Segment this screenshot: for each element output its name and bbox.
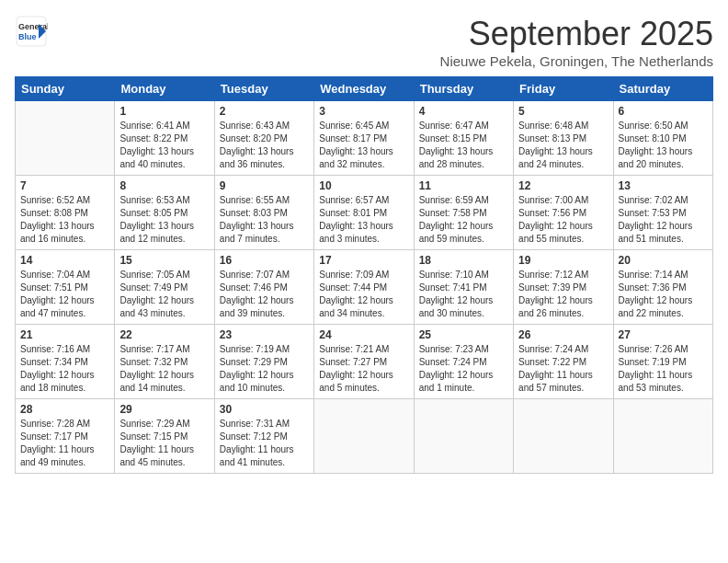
- day-info: Sunrise: 6:55 AMSunset: 8:03 PMDaylight:…: [220, 194, 309, 246]
- day-number: 12: [518, 179, 608, 192]
- weekday-header: Thursday: [414, 77, 513, 101]
- day-number: 1: [119, 105, 209, 118]
- day-number: 9: [220, 179, 309, 192]
- calendar-day-cell: 4Sunrise: 6:47 AMSunset: 8:15 PMDaylight…: [414, 101, 513, 176]
- page-header: General Blue September 2025 Nieuwe Pekel…: [15, 15, 713, 69]
- day-info: Sunrise: 7:28 AMSunset: 7:17 PMDaylight:…: [20, 418, 109, 469]
- day-info: Sunrise: 7:04 AMSunset: 7:51 PMDaylight:…: [20, 269, 109, 320]
- calendar-day-cell: 22Sunrise: 7:17 AMSunset: 7:32 PMDayligh…: [115, 325, 214, 399]
- calendar-day-cell: 7Sunrise: 6:52 AMSunset: 8:08 PMDaylight…: [16, 176, 115, 250]
- day-info: Sunrise: 7:26 AMSunset: 7:19 PMDaylight:…: [619, 343, 708, 395]
- calendar-day-cell: 5Sunrise: 6:48 AMSunset: 8:13 PMDaylight…: [514, 101, 613, 176]
- calendar-day-cell: 26Sunrise: 7:24 AMSunset: 7:22 PMDayligh…: [514, 325, 613, 399]
- calendar-day-cell: 21Sunrise: 7:16 AMSunset: 7:34 PMDayligh…: [16, 325, 115, 399]
- day-info: Sunrise: 6:59 AMSunset: 7:58 PMDaylight:…: [419, 194, 508, 246]
- day-number: 21: [20, 328, 109, 341]
- day-info: Sunrise: 7:00 AMSunset: 7:56 PMDaylight:…: [518, 194, 608, 246]
- day-info: Sunrise: 7:10 AMSunset: 7:41 PMDaylight:…: [419, 269, 508, 320]
- calendar-day-cell: 27Sunrise: 7:26 AMSunset: 7:19 PMDayligh…: [613, 325, 712, 399]
- day-info: Sunrise: 7:16 AMSunset: 7:34 PMDaylight:…: [20, 343, 109, 395]
- location-title: Nieuwe Pekela, Groningen, The Netherland…: [440, 53, 713, 69]
- calendar-day-cell: [314, 399, 414, 474]
- calendar-header-row: SundayMondayTuesdayWednesdayThursdayFrid…: [16, 77, 713, 101]
- calendar-day-cell: 30Sunrise: 7:31 AMSunset: 7:12 PMDayligh…: [214, 399, 313, 474]
- calendar-day-cell: 12Sunrise: 7:00 AMSunset: 7:56 PMDayligh…: [514, 176, 613, 250]
- calendar-day-cell: [16, 101, 115, 176]
- calendar-day-cell: 1Sunrise: 6:41 AMSunset: 8:22 PMDaylight…: [115, 101, 214, 176]
- calendar-day-cell: 17Sunrise: 7:09 AMSunset: 7:44 PMDayligh…: [314, 250, 414, 325]
- day-info: Sunrise: 6:48 AMSunset: 8:13 PMDaylight:…: [518, 120, 608, 171]
- day-number: 4: [419, 105, 508, 118]
- day-info: Sunrise: 6:57 AMSunset: 8:01 PMDaylight:…: [319, 194, 408, 246]
- day-number: 24: [319, 328, 408, 341]
- day-number: 15: [119, 254, 209, 267]
- calendar-day-cell: 9Sunrise: 6:55 AMSunset: 8:03 PMDaylight…: [214, 176, 313, 250]
- day-number: 17: [319, 254, 408, 267]
- day-info: Sunrise: 7:07 AMSunset: 7:46 PMDaylight:…: [220, 269, 309, 320]
- weekday-header: Friday: [514, 77, 613, 101]
- day-number: 5: [518, 105, 608, 118]
- calendar-day-cell: 3Sunrise: 6:45 AMSunset: 8:17 PMDaylight…: [314, 101, 414, 176]
- day-info: Sunrise: 6:43 AMSunset: 8:20 PMDaylight:…: [220, 120, 309, 171]
- logo: General Blue: [15, 15, 48, 48]
- day-info: Sunrise: 7:31 AMSunset: 7:12 PMDaylight:…: [220, 418, 309, 469]
- calendar-day-cell: 10Sunrise: 6:57 AMSunset: 8:01 PMDayligh…: [314, 176, 414, 250]
- day-number: 25: [419, 328, 508, 341]
- calendar-day-cell: 24Sunrise: 7:21 AMSunset: 7:27 PMDayligh…: [314, 325, 414, 399]
- weekday-header: Monday: [115, 77, 214, 101]
- calendar-day-cell: 19Sunrise: 7:12 AMSunset: 7:39 PMDayligh…: [514, 250, 613, 325]
- day-info: Sunrise: 6:50 AMSunset: 8:10 PMDaylight:…: [619, 120, 708, 171]
- day-info: Sunrise: 6:53 AMSunset: 8:05 PMDaylight:…: [119, 194, 209, 246]
- day-number: 16: [220, 254, 309, 267]
- day-info: Sunrise: 7:14 AMSunset: 7:36 PMDaylight:…: [619, 269, 708, 320]
- day-info: Sunrise: 7:23 AMSunset: 7:24 PMDaylight:…: [419, 343, 508, 395]
- calendar-day-cell: 23Sunrise: 7:19 AMSunset: 7:29 PMDayligh…: [214, 325, 313, 399]
- calendar-day-cell: 13Sunrise: 7:02 AMSunset: 7:53 PMDayligh…: [613, 176, 712, 250]
- day-info: Sunrise: 6:41 AMSunset: 8:22 PMDaylight:…: [119, 120, 209, 171]
- day-number: 20: [619, 254, 708, 267]
- weekday-header: Saturday: [613, 77, 712, 101]
- day-number: 11: [419, 179, 508, 192]
- calendar-day-cell: 6Sunrise: 6:50 AMSunset: 8:10 PMDaylight…: [613, 101, 712, 176]
- day-info: Sunrise: 7:12 AMSunset: 7:39 PMDaylight:…: [518, 269, 608, 320]
- weekday-header: Wednesday: [314, 77, 414, 101]
- day-number: 27: [619, 328, 708, 341]
- title-block: September 2025 Nieuwe Pekela, Groningen,…: [440, 15, 713, 69]
- day-info: Sunrise: 6:45 AMSunset: 8:17 PMDaylight:…: [319, 120, 408, 171]
- calendar-day-cell: 15Sunrise: 7:05 AMSunset: 7:49 PMDayligh…: [115, 250, 214, 325]
- day-number: 28: [20, 403, 109, 416]
- calendar-week-row: 28Sunrise: 7:28 AMSunset: 7:17 PMDayligh…: [16, 399, 713, 474]
- calendar-body: 1Sunrise: 6:41 AMSunset: 8:22 PMDaylight…: [16, 101, 713, 474]
- calendar-week-row: 21Sunrise: 7:16 AMSunset: 7:34 PMDayligh…: [16, 325, 713, 399]
- day-number: 3: [319, 105, 408, 118]
- day-number: 7: [20, 179, 109, 192]
- day-number: 14: [20, 254, 109, 267]
- calendar-day-cell: [414, 399, 513, 474]
- calendar-day-cell: 29Sunrise: 7:29 AMSunset: 7:15 PMDayligh…: [115, 399, 214, 474]
- day-number: 6: [619, 105, 708, 118]
- calendar-week-row: 1Sunrise: 6:41 AMSunset: 8:22 PMDaylight…: [16, 101, 713, 176]
- calendar-day-cell: [514, 399, 613, 474]
- month-title: September 2025: [440, 15, 713, 53]
- day-number: 22: [119, 328, 209, 341]
- weekday-header: Tuesday: [214, 77, 313, 101]
- day-number: 18: [419, 254, 508, 267]
- day-number: 23: [220, 328, 309, 341]
- day-info: Sunrise: 7:21 AMSunset: 7:27 PMDaylight:…: [319, 343, 408, 395]
- day-info: Sunrise: 7:05 AMSunset: 7:49 PMDaylight:…: [119, 269, 209, 320]
- day-info: Sunrise: 7:02 AMSunset: 7:53 PMDaylight:…: [619, 194, 708, 246]
- calendar-day-cell: 2Sunrise: 6:43 AMSunset: 8:20 PMDaylight…: [214, 101, 313, 176]
- calendar-table: SundayMondayTuesdayWednesdayThursdayFrid…: [15, 76, 713, 474]
- logo-icon: General Blue: [15, 15, 48, 48]
- day-info: Sunrise: 7:24 AMSunset: 7:22 PMDaylight:…: [518, 343, 608, 395]
- calendar-day-cell: 20Sunrise: 7:14 AMSunset: 7:36 PMDayligh…: [613, 250, 712, 325]
- day-number: 29: [119, 403, 209, 416]
- day-number: 8: [119, 179, 209, 192]
- day-number: 19: [518, 254, 608, 267]
- day-info: Sunrise: 7:19 AMSunset: 7:29 PMDaylight:…: [220, 343, 309, 395]
- day-number: 2: [220, 105, 309, 118]
- calendar-day-cell: 16Sunrise: 7:07 AMSunset: 7:46 PMDayligh…: [214, 250, 313, 325]
- day-number: 10: [319, 179, 408, 192]
- day-info: Sunrise: 7:29 AMSunset: 7:15 PMDaylight:…: [119, 418, 209, 469]
- weekday-header: Sunday: [16, 77, 115, 101]
